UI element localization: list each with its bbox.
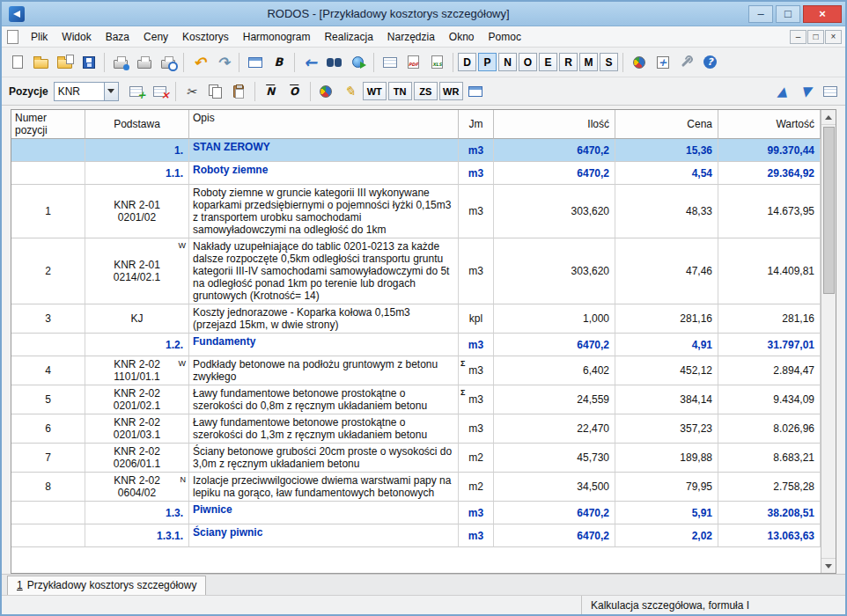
- summary-grid-icon[interactable]: [818, 79, 842, 103]
- maximize-button[interactable]: □: [776, 5, 800, 23]
- grid-row-item[interactable]: 1KNR 2-01 0201/02Roboty ziemne w gruncie…: [11, 185, 821, 238]
- column-header-cena[interactable]: Cena: [615, 110, 718, 139]
- stats-pie-icon[interactable]: [314, 79, 338, 103]
- paste-icon[interactable]: [227, 79, 251, 103]
- letter-button-d[interactable]: D: [458, 53, 476, 71]
- grid-row-section[interactable]: 1.3.1.Ściany piwnicm36470,22,0213.063,63: [11, 524, 821, 547]
- edit-pencil-icon[interactable]: ✎: [338, 79, 362, 103]
- print-settings-icon[interactable]: [108, 50, 132, 74]
- status-text: Kalkulacja szczegółowa, formuła I: [591, 599, 749, 612]
- grid-row-section[interactable]: 1.3.Piwnicem36470,25,9138.208,51: [11, 502, 821, 524]
- copy-icon[interactable]: [203, 79, 227, 103]
- calc-plus-icon[interactable]: +: [651, 50, 674, 74]
- cell-ilosc: 6470,2: [494, 524, 615, 547]
- code-button-zs[interactable]: ZS: [414, 82, 438, 100]
- mdi-close-button[interactable]: ×: [825, 30, 842, 44]
- column-header-jm[interactable]: Jm: [459, 110, 494, 139]
- open-file-icon[interactable]: [53, 50, 77, 74]
- table-window-icon[interactable]: [243, 50, 267, 74]
- code-button-wt[interactable]: WT: [363, 82, 387, 100]
- letter-button-r[interactable]: R: [559, 53, 578, 71]
- close-button[interactable]: ×: [803, 5, 842, 23]
- cut-icon[interactable]: ✂: [180, 79, 203, 103]
- letter-button-n[interactable]: N: [498, 53, 517, 71]
- code-button-wr[interactable]: WR: [439, 82, 463, 100]
- letter-button-s[interactable]: S: [600, 53, 618, 71]
- cell-numer: 1: [11, 185, 85, 238]
- cell-jm: m3: [459, 139, 494, 162]
- menu-item-pomoc[interactable]: Pomoc: [482, 28, 528, 46]
- grid-row-item[interactable]: 4KNR 2-02 1101/01.1WPodkłady betonowe na…: [11, 356, 821, 385]
- vertical-scrollbar[interactable]: [821, 110, 836, 573]
- menu-item-widok[interactable]: Widok: [55, 28, 98, 46]
- grid-row-section[interactable]: 1.2.Fundamentym36470,24,9131.797,01: [11, 334, 821, 356]
- save-icon[interactable]: [77, 50, 100, 74]
- menu-item-okno[interactable]: Okno: [442, 28, 482, 46]
- letter-button-m[interactable]: M: [579, 53, 598, 71]
- menu-item-baza[interactable]: Baza: [99, 28, 136, 46]
- panel-window-icon[interactable]: [464, 79, 488, 103]
- open-folder-icon[interactable]: [29, 50, 53, 74]
- back-arrow-icon[interactable]: ←: [298, 50, 322, 74]
- grid-row-item[interactable]: 3KJKoszty jednorazowe - Koparka kołowa 0…: [11, 304, 821, 334]
- search-go-icon[interactable]: [346, 50, 370, 74]
- grid-row-item[interactable]: 5KNR 2-02 0201/02.1Ławy fundamentowe bet…: [11, 385, 821, 414]
- edit-description-icon[interactable]: B: [267, 50, 291, 74]
- redo-icon[interactable]: ↷: [211, 50, 235, 74]
- undo-icon[interactable]: ↶: [188, 50, 211, 74]
- document-icon[interactable]: [7, 30, 18, 44]
- pie-chart-icon[interactable]: [627, 50, 651, 74]
- new-document-icon[interactable]: [5, 50, 29, 74]
- letter-button-e[interactable]: E: [539, 53, 557, 71]
- grid-row-item[interactable]: 6KNR 2-02 0201/03.1Ławy fundamentowe bet…: [11, 414, 821, 444]
- cell-jm: m3Σ: [459, 356, 494, 385]
- move-down-icon[interactable]: ▼: [794, 79, 818, 103]
- n-overline-icon[interactable]: N: [259, 79, 283, 103]
- scroll-up-icon[interactable]: [821, 110, 836, 125]
- window-controls: – □ ×: [748, 5, 842, 23]
- column-header-ilosc[interactable]: Ilość: [494, 110, 615, 139]
- menu-item-kosztorys[interactable]: Kosztorys: [175, 28, 236, 46]
- menu-item-plik[interactable]: Plik: [24, 28, 55, 46]
- letter-button-o[interactable]: O: [519, 53, 537, 71]
- menu-item-ceny[interactable]: Ceny: [136, 28, 175, 46]
- menubar-items: PlikWidokBazaCenyKosztorysHarmonogramRea…: [24, 28, 528, 46]
- chevron-down-icon[interactable]: [104, 83, 118, 100]
- o-overline-icon[interactable]: O: [283, 79, 306, 103]
- menu-item-narzędzia[interactable]: Narzędzia: [380, 28, 442, 46]
- print-icon[interactable]: [132, 50, 156, 74]
- grid-row-item[interactable]: 2KNR 2-01 0214/02.1WNakłady uzupełniając…: [11, 238, 821, 304]
- minimize-button[interactable]: –: [748, 5, 773, 23]
- table-columns-icon[interactable]: [378, 50, 401, 74]
- search-binoculars-icon[interactable]: [322, 50, 346, 74]
- code-button-tn[interactable]: TN: [388, 82, 412, 100]
- grid-row-item[interactable]: 7KNR 2-02 0206/01.1Ściany betonowe grubo…: [11, 444, 821, 473]
- positions-label: Pozycje: [9, 85, 48, 98]
- column-header-opis[interactable]: Opis: [189, 110, 459, 139]
- column-header-wartosc[interactable]: Wartość: [718, 110, 821, 139]
- scroll-down-icon[interactable]: [821, 558, 836, 573]
- mdi-restore-button[interactable]: □: [807, 30, 824, 44]
- grid-row-section[interactable]: 1.1.Roboty ziemnem36470,24,5429.364,92: [11, 162, 821, 185]
- letter-button-p[interactable]: P: [478, 53, 497, 71]
- row-delete-icon[interactable]: [148, 79, 172, 103]
- move-up-icon[interactable]: ▲: [770, 79, 794, 103]
- help-icon[interactable]: ?: [698, 50, 722, 74]
- column-header-podstawa[interactable]: Podstawa: [85, 110, 189, 139]
- scrollbar-thumb[interactable]: [823, 127, 835, 294]
- menu-item-harmonogram[interactable]: Harmonogram: [236, 28, 318, 46]
- knr-combobox[interactable]: KNR: [54, 82, 119, 101]
- row-insert-icon[interactable]: [124, 79, 148, 103]
- print-preview-icon[interactable]: [156, 50, 180, 74]
- menu-item-realizacja[interactable]: Realizacja: [317, 28, 379, 46]
- grid-row-section[interactable]: 1.STAN ZEROWYm36470,215,3699.370,44: [11, 139, 821, 162]
- tab-kosztorys[interactable]: 1 Przykładowy kosztorys szczegółowy: [7, 576, 206, 595]
- export-xls-icon[interactable]: XLS: [425, 50, 449, 74]
- app-window: RODOS - [Przykładowy kosztorys szczegóło…: [0, 0, 847, 616]
- grid-row-item[interactable]: 8KNR 2-02 0604/02NIzolacje przeciwwilgoc…: [11, 473, 821, 502]
- estimate-grid: Numer pozycjiPodstawaOpisJmIlośćCenaWart…: [11, 109, 836, 574]
- column-header-numer[interactable]: Numer pozycji: [11, 110, 85, 139]
- tools-wrench-icon[interactable]: [674, 50, 698, 74]
- export-pdf-icon[interactable]: PDF: [401, 50, 425, 74]
- mdi-minimize-button[interactable]: –: [790, 30, 806, 44]
